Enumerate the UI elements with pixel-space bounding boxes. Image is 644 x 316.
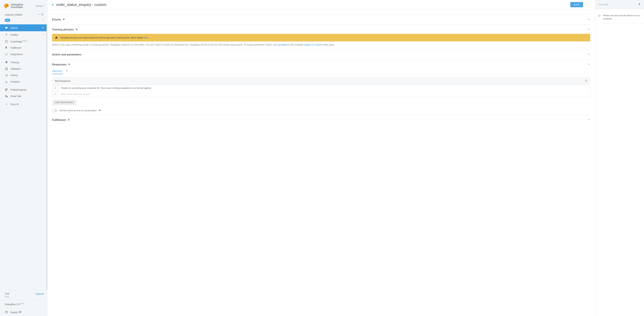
section-training: Training phrases ? Template phrases are … [52,24,590,50]
section-responses: Responses ? DEFAULT + Text Response 1 2 [52,60,590,115]
section-title: Events [52,18,61,21]
brand-title: Dialogflow Essentials [11,4,23,8]
more-menu-button[interactable] [586,2,590,7]
sidebar: Dialogflow Essentials Global respond_cha… [0,0,47,316]
brand-line1: Dialogflow [11,4,23,6]
warning-icon [55,36,58,40]
sidebar-item-training[interactable]: Training [0,59,47,66]
sidebar-item-intents[interactable]: Intents + [0,24,47,31]
add-language-button[interactable]: + [42,18,44,22]
cx-label: Dialogflow CX[new] [5,303,24,306]
add-intent-button[interactable]: + [42,26,44,30]
entities-icon [5,33,8,36]
sidebar-item-fulfillment[interactable]: Fulfillment [0,45,47,51]
chevron-down-icon[interactable] [587,118,590,122]
prebuilt-icon [5,88,8,91]
gear-icon[interactable] [41,13,44,16]
save-button[interactable]: SAVE [570,2,583,7]
validation-icon [5,67,8,70]
sidebar-item-prebuilt[interactable]: Prebuilt Agents [0,86,47,93]
svg-point-5 [588,3,588,4]
svg-text:?: ? [69,64,70,65]
section-events: Events ? [52,14,590,24]
sidebar-item-analytics[interactable]: Analytics [0,78,47,85]
content-scroll[interactable]: Events ? Training phrases ? Template phr… [47,10,595,316]
sidebar-item-label: Docs [10,103,18,106]
help-icon[interactable]: ? [98,109,101,112]
deprecation-banner: Template phrases are deprecated and will… [52,34,590,42]
sidebar-item-integrations[interactable]: Integrations [0,51,47,58]
custom-link[interactable]: custom [315,44,322,46]
help-icon[interactable]: ? [62,18,65,21]
hint-text: Please use test console above to try a s… [603,14,641,20]
upgrade-link[interactable]: Upgrade [35,292,44,295]
sidebar-item-smalltalk[interactable]: Small Talk [0,93,47,100]
sidebar-item-knowledge[interactable]: Knowledge[beta] [0,38,47,45]
topbar: order_status_enquiry - custom SAVE [47,0,595,10]
system-link[interactable]: system [304,44,311,46]
response-row: 1 [52,85,590,91]
sidebar-item-label: Prebuilt Agents [10,88,26,91]
section-header[interactable]: Fulfillment ? [52,118,590,122]
help-icon[interactable]: ? [76,28,78,31]
add-entity-button[interactable]: + [42,33,44,36]
region-selector[interactable]: Global [35,5,44,7]
chevron-down-icon[interactable] [587,53,590,56]
delete-response-button[interactable] [585,79,588,83]
try-it-input[interactable] [598,3,638,6]
support-link[interactable]: Support [0,308,47,316]
tab-default[interactable]: DEFAULT [52,68,63,74]
language-row: en + [0,18,47,24]
sidebar-item-label: Small Talk [10,95,21,98]
nav-list: Intents + Entities + Knowledge[beta] Ful… [0,24,47,290]
intent-title[interactable]: order_status_enquiry - custom [56,2,568,7]
help-icon[interactable]: ? [68,63,70,66]
intents-icon [5,26,8,30]
sidebar-item-label: Entities [10,34,18,36]
add-responses-button[interactable]: ADD RESPONSES [52,100,76,105]
annotations-link[interactable]: annotations [277,44,289,46]
end-of-conversation-row: Set this intent as end of conversation ? [52,109,590,112]
sidebar-item-history[interactable]: History [0,72,47,78]
sidebar-item-docs[interactable]: Docs [0,101,47,108]
agent-name: respond_chatbot [5,13,22,16]
row-number: 2 [52,91,58,97]
add-response-tab-button[interactable]: + [66,69,68,73]
chevron-up-icon[interactable] [587,63,590,66]
sidebar-item-entities[interactable]: Entities + [0,31,47,38]
sidebar-item-label: Training [10,61,19,64]
banner-text: Template phrases are deprecated and will… [60,36,149,39]
sidebar-item-validation[interactable]: Validation [0,66,47,72]
section-header[interactable]: Action and parameters [52,53,590,56]
brand-line2: Essentials [11,6,23,8]
chevron-down-icon[interactable] [587,28,590,32]
mic-icon[interactable] [638,3,641,6]
response-input[interactable] [58,91,590,97]
caret-down-icon [42,5,44,7]
section-title: Fulfillment [52,118,66,122]
response-row: 2 [52,91,590,97]
test-console: Please use test console above to try a s… [595,0,644,316]
svg-point-7 [588,5,588,6]
response-tabs: DEFAULT + [52,68,590,74]
analytics-icon [5,80,8,83]
card-title: Text Response [54,80,70,82]
sidebar-item-label: Analytics [10,80,20,83]
response-input[interactable] [58,85,590,91]
help-icon[interactable]: ? [68,118,70,122]
chevron-down-icon[interactable] [587,18,590,22]
region-label: Global [35,5,42,7]
sidebar-item-label: Integrations [10,53,23,56]
section-title: Action and parameters [52,53,81,56]
agent-selector[interactable]: respond_chatbot [0,10,47,18]
banner-here-link[interactable]: here [144,36,148,39]
dialogflow-cx-link[interactable]: Dialogflow CX[new] [0,300,47,308]
section-header[interactable]: Responses ? [52,63,590,66]
end-of-conversation-toggle[interactable] [52,109,57,112]
section-title: Responses [52,63,66,66]
section-header[interactable]: Events ? [52,18,590,22]
language-badge[interactable]: en [5,18,10,22]
smalltalk-icon [5,95,8,98]
section-header[interactable]: Training phrases ? [52,28,590,32]
history-icon [5,74,8,77]
